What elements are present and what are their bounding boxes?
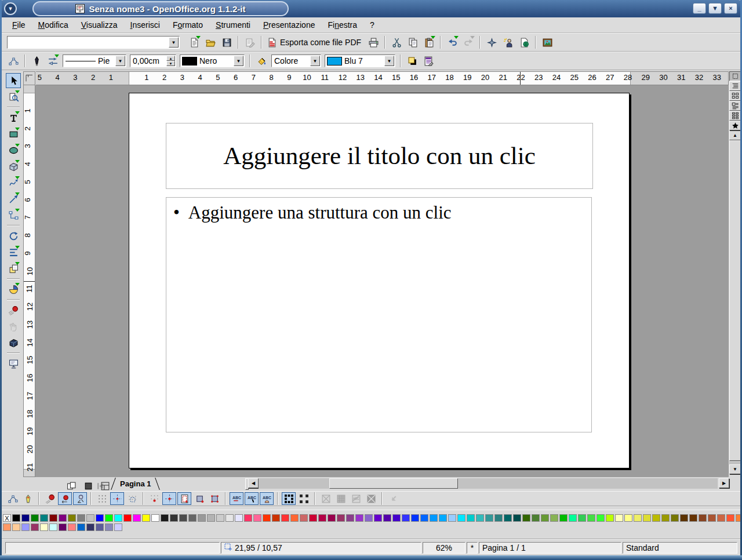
fill-type-drop[interactable]: ▼: [310, 56, 320, 66]
objects-3d-button[interactable]: [6, 159, 21, 174]
color-swatch[interactable]: [49, 514, 57, 522]
arrange-button[interactable]: [6, 261, 21, 276]
effects-button[interactable]: [6, 303, 21, 318]
open-document-button[interactable]: [203, 35, 218, 50]
color-swatch[interactable]: [59, 514, 67, 522]
color-swatch[interactable]: [86, 523, 94, 531]
new-from-template-button[interactable]: [187, 35, 202, 50]
snap-to-grid-button[interactable]: [147, 492, 161, 505]
color-swatch[interactable]: [569, 514, 577, 522]
horizontal-scroll-thumb[interactable]: [329, 478, 458, 489]
redo-button[interactable]: [461, 35, 476, 50]
select-button[interactable]: [6, 73, 21, 88]
color-swatch[interactable]: [532, 514, 540, 522]
color-swatch[interactable]: [170, 514, 178, 522]
scroll-right-button[interactable]: ▶: [719, 478, 729, 488]
color-swatch[interactable]: [207, 514, 215, 522]
color-swatch[interactable]: [21, 514, 30, 522]
snap-to-snap-lines-button[interactable]: [162, 492, 176, 505]
show-grid-button[interactable]: [95, 492, 109, 505]
color-swatch[interactable]: [142, 514, 150, 522]
color-swatch[interactable]: [198, 514, 206, 522]
color-swatch[interactable]: [96, 523, 104, 531]
color-swatch[interactable]: [151, 514, 159, 522]
menu-modifica[interactable]: Modifica: [32, 19, 74, 31]
show-snap-lines-button[interactable]: [110, 492, 124, 505]
color-swatch[interactable]: [86, 514, 94, 522]
simple-handles-button[interactable]: [282, 492, 296, 505]
color-swatch[interactable]: [439, 514, 447, 522]
color-swatch[interactable]: [12, 514, 20, 522]
status-template-field[interactable]: Standard: [623, 542, 737, 554]
paste-button[interactable]: [421, 35, 437, 50]
guides-front-button[interactable]: [125, 492, 139, 505]
color-swatch[interactable]: [290, 514, 299, 522]
color-swatch[interactable]: [77, 514, 85, 522]
color-swatch[interactable]: [188, 514, 197, 522]
scroll-left-button[interactable]: ◀: [248, 478, 259, 488]
color-swatch[interactable]: [40, 514, 48, 522]
zoom-button[interactable]: [6, 89, 21, 104]
color-swatch[interactable]: [365, 514, 373, 522]
color-swatch[interactable]: [77, 523, 85, 531]
presentation-button[interactable]: [6, 356, 21, 371]
color-swatch[interactable]: [383, 514, 391, 522]
color-swatch[interactable]: [513, 514, 521, 522]
color-swatch[interactable]: [411, 514, 419, 522]
color-swatch[interactable]: [235, 514, 243, 522]
color-swatch[interactable]: [420, 514, 428, 522]
picture-placeholder-button[interactable]: [319, 492, 333, 505]
export-pdf-button[interactable]: Esporta come file PDF: [265, 35, 365, 50]
title-bar[interactable]: ▼ Senza nome3 - OpenOffice.org 1.1.2-it …: [0, 0, 742, 17]
color-swatch[interactable]: [522, 514, 530, 522]
copy-button[interactable]: [405, 35, 420, 50]
url-drop-button[interactable]: ▼: [169, 37, 179, 48]
color-swatch[interactable]: [476, 514, 484, 522]
effects-window-button[interactable]: [43, 492, 57, 505]
color-swatch[interactable]: [59, 523, 67, 531]
stylist-button[interactable]: [500, 35, 515, 50]
color-swatch[interactable]: [689, 514, 697, 522]
color-swatch[interactable]: [3, 523, 11, 531]
vertical-scroll-thumb[interactable]: [729, 140, 741, 461]
color-swatch[interactable]: [133, 514, 141, 522]
color-swatch[interactable]: [699, 514, 707, 522]
color-swatch[interactable]: [123, 514, 132, 522]
color-swatch[interactable]: [244, 514, 252, 522]
slide-title-placeholder[interactable]: Aggiungere il titolo con un clic: [166, 123, 593, 189]
color-swatch[interactable]: [494, 514, 503, 522]
hyperlink-button[interactable]: [517, 35, 532, 50]
color-swatch[interactable]: [21, 523, 30, 531]
menu-visualizza[interactable]: Visualizza: [75, 19, 123, 31]
menu-strumenti[interactable]: Strumenti: [210, 19, 256, 31]
text-placeholder-button[interactable]: ABC: [349, 492, 363, 505]
color-swatch[interactable]: [430, 514, 438, 522]
no-fill-swatch[interactable]: X: [3, 514, 11, 522]
glue-points-mode-button[interactable]: [21, 492, 35, 505]
color-swatch[interactable]: [355, 514, 363, 522]
color-swatch[interactable]: [374, 514, 382, 522]
color-swatch[interactable]: [114, 514, 122, 522]
gallery-button[interactable]: [540, 35, 555, 50]
color-swatch[interactable]: [485, 514, 493, 522]
undo-button[interactable]: [445, 35, 460, 50]
scroll-down-button[interactable]: ▼: [729, 464, 741, 474]
color-swatch[interactable]: [624, 514, 632, 522]
spin-up-icon[interactable]: ▲: [166, 56, 175, 61]
color-swatch[interactable]: [671, 514, 679, 522]
color-swatch[interactable]: [105, 523, 113, 531]
vertical-ruler[interactable]: 123456789101112131415161718192021: [23, 85, 35, 477]
vertical-scroll-track[interactable]: [729, 140, 741, 464]
menu-file[interactable]: File: [6, 19, 31, 31]
color-swatch[interactable]: [615, 514, 623, 522]
color-swatch[interactable]: [328, 514, 336, 522]
fill-can-button[interactable]: [254, 53, 269, 68]
scroll-up-button[interactable]: ▲: [729, 130, 741, 140]
horizontal-scroll-track[interactable]: [259, 478, 718, 489]
allow-interaction-button[interactable]: [73, 492, 87, 505]
color-swatch[interactable]: [40, 523, 48, 531]
color-swatch[interactable]: [68, 523, 76, 531]
status-page-field[interactable]: Pagina 1 / 1: [479, 542, 621, 554]
color-swatch[interactable]: [68, 514, 76, 522]
color-swatch[interactable]: [467, 514, 475, 522]
